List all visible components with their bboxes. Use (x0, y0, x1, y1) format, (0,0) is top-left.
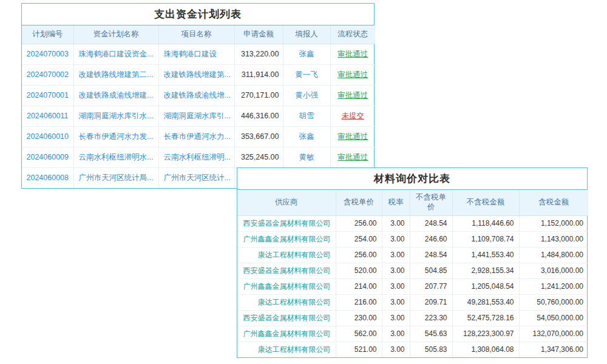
tax-rate-cell: 3.00 (382, 263, 410, 278)
plan-name-link[interactable]: 广州市天河区统计局... (73, 167, 158, 188)
tax-rate-cell: 3.00 (382, 278, 410, 294)
project-name-link[interactable]: 珠海鹤港口建设 (158, 44, 234, 64)
amount-tax-cell: 132,070,000.00 (519, 326, 588, 342)
amount-cell: 446,316.00 (234, 106, 283, 126)
plan-name-link[interactable]: 珠海鹤港口建设资金... (73, 44, 158, 64)
column-header-supplier: 供应商 (237, 190, 336, 215)
quote-row: 西安盛器金属材料有限公司 520.00 3.00 504.85 2,928,15… (237, 263, 588, 278)
plan-name-link[interactable]: 改建铁路成渝线增建... (73, 85, 158, 106)
material-quote-panel: 材料询价对比表 供应商 含税单价 税率 不含税单价 不含税金额 含税金额 西安盛… (237, 167, 588, 358)
column-header-status: 流程状态 (330, 25, 375, 44)
plan-id-link[interactable]: 2024070001 (22, 85, 73, 106)
column-header-amount-tax: 含税金额 (519, 190, 588, 215)
material-quote-table: 供应商 含税单价 税率 不含税单价 不含税金额 含税金额 西安盛器金属材料有限公… (237, 190, 588, 357)
amount-no-tax-cell: 1,205,048.54 (452, 278, 519, 294)
unit-price-tax-cell: 216.00 (336, 294, 382, 310)
status-link[interactable]: 审批通过 (330, 64, 375, 85)
supplier-link[interactable]: 康达工程材料有限公司 (237, 247, 336, 263)
amount-cell: 353,667.00 (234, 126, 283, 147)
amount-cell: 325,245.00 (234, 147, 283, 167)
plan-id-link[interactable]: 2024060010 (22, 126, 73, 147)
expense-row: 2024060010 长春市伊通河水力发... 长春市伊通河水力... 353,… (22, 126, 375, 147)
expense-row: 2024060011 湖南洞庭湖水库引水... 湖南洞庭湖水库引... 446,… (22, 106, 375, 126)
quote-row: 广州鑫鑫金属材料有限公司 254.00 3.00 246.60 1,109,70… (237, 231, 588, 247)
reporter-link[interactable]: 黄小强 (283, 85, 330, 106)
tax-rate-cell: 3.00 (382, 215, 410, 231)
supplier-link[interactable]: 广州鑫鑫金属材料有限公司 (237, 231, 336, 247)
unit-price-tax-cell: 256.00 (336, 247, 382, 263)
supplier-link[interactable]: 康达工程材料有限公司 (237, 294, 336, 310)
unit-price-tax-cell: 256.00 (336, 215, 382, 231)
plan-id-link[interactable]: 2024060011 (22, 106, 73, 126)
status-link[interactable]: 审批通过 (330, 85, 375, 106)
expense-plan-table: 计划编号 资金计划名称 项目名称 申请金额 填报人 流程状态 202407000… (22, 25, 375, 188)
unit-price-tax-cell: 562.00 (336, 326, 382, 342)
expense-plan-title: 支出资金计划列表 (22, 4, 374, 25)
amount-cell: 313,220.00 (234, 44, 283, 64)
amount-no-tax-cell: 1,441,553.40 (452, 247, 519, 263)
amount-no-tax-cell: 1,308,064.08 (452, 342, 519, 357)
project-name-link[interactable]: 长春市伊通河水力... (158, 126, 234, 147)
supplier-link[interactable]: 西安盛器金属材料有限公司 (237, 215, 336, 231)
supplier-link[interactable]: 西安盛器金属材料有限公司 (237, 310, 336, 326)
column-header-unit-price-tax: 含税单价 (336, 190, 382, 215)
project-name-link[interactable]: 云南水利枢纽潜明... (158, 147, 234, 167)
unit-price-no-tax-cell: 246.60 (410, 231, 452, 247)
unit-price-tax-cell: 254.00 (336, 231, 382, 247)
quote-row: 广州鑫鑫金属材料有限公司 562.00 3.00 545.63 128,223,… (237, 326, 588, 342)
plan-name-link[interactable]: 长春市伊通河水力发... (73, 126, 158, 147)
amount-no-tax-cell: 52,475,728.16 (452, 310, 519, 326)
amount-tax-cell: 3,016,000.00 (519, 263, 588, 278)
column-header-amount: 申请金额 (234, 25, 283, 44)
unit-price-no-tax-cell: 207.77 (410, 278, 452, 294)
column-header-plan-name: 资金计划名称 (73, 25, 158, 44)
expense-row: 2024060009 云南水利枢纽潜明水... 云南水利枢纽潜明... 325,… (22, 147, 375, 167)
column-header-amount-no-tax: 不含税金额 (452, 190, 519, 215)
unit-price-tax-cell: 521.00 (336, 342, 382, 357)
amount-tax-cell: 1,347,306.00 (519, 342, 588, 357)
reporter-link[interactable]: 黄敏 (283, 147, 330, 167)
plan-name-link[interactable]: 改建铁路线增建第二... (73, 64, 158, 85)
supplier-link[interactable]: 西安盛器金属材料有限公司 (237, 263, 336, 278)
amount-no-tax-cell: 128,223,300.97 (452, 326, 519, 342)
tax-rate-cell: 3.00 (382, 310, 410, 326)
plan-id-link[interactable]: 2024060008 (22, 167, 73, 188)
unit-price-no-tax-cell: 248.54 (410, 247, 452, 263)
project-name-link[interactable]: 湖南洞庭湖水库引... (158, 106, 234, 126)
status-link[interactable]: 审批通过 (330, 44, 375, 64)
quote-row: 康达工程材料有限公司 256.00 3.00 248.54 1,441,553.… (237, 247, 588, 263)
column-header-unit-price-no-tax: 不含税单价 (410, 190, 452, 215)
plan-name-link[interactable]: 云南水利枢纽潜明水... (73, 147, 158, 167)
reporter-link[interactable]: 黄一飞 (283, 64, 330, 85)
reporter-link[interactable]: 张鑫 (283, 126, 330, 147)
supplier-link[interactable]: 康达工程材料有限公司 (237, 342, 336, 357)
reporter-link[interactable]: 张鑫 (283, 44, 330, 64)
status-link[interactable]: 审批通过 (330, 126, 375, 147)
tax-rate-cell: 3.00 (382, 247, 410, 263)
plan-id-link[interactable]: 2024070003 (22, 44, 73, 64)
reporter-link[interactable]: 胡雪 (283, 106, 330, 126)
status-link[interactable]: 审批通过 (330, 147, 375, 167)
tax-rate-cell: 3.00 (382, 294, 410, 310)
project-name-link[interactable]: 广州市天河区统计... (158, 167, 234, 188)
project-name-link[interactable]: 改建铁路线增建第... (158, 64, 234, 85)
plan-name-link[interactable]: 湖南洞庭湖水库引水... (73, 106, 158, 126)
amount-tax-cell: 1,143,000.00 (519, 231, 588, 247)
page-canvas: 支出资金计划列表 计划编号 资金计划名称 项目名称 申请金额 填报人 流程状态 … (0, 0, 607, 364)
quote-row: 康达工程材料有限公司 216.00 3.00 209.71 49,281,553… (237, 294, 588, 310)
quote-row: 康达工程材料有限公司 521.00 3.00 505.83 1,308,064.… (237, 342, 588, 357)
plan-id-link[interactable]: 2024060009 (22, 147, 73, 167)
status-link[interactable]: 未提交 (330, 106, 375, 126)
amount-no-tax-cell: 1,118,446.60 (452, 215, 519, 231)
supplier-link[interactable]: 广州鑫鑫金属材料有限公司 (237, 278, 336, 294)
supplier-link[interactable]: 广州鑫鑫金属材料有限公司 (237, 326, 336, 342)
project-name-link[interactable]: 改建铁路成渝线增... (158, 85, 234, 106)
expense-row: 2024070001 改建铁路成渝线增建... 改建铁路成渝线增... 270,… (22, 85, 375, 106)
quote-row: 广州鑫鑫金属材料有限公司 214.00 3.00 207.77 1,205,04… (237, 278, 588, 294)
column-header-tax-rate: 税率 (382, 190, 410, 215)
unit-price-no-tax-cell: 505.83 (410, 342, 452, 357)
tax-rate-cell: 3.00 (382, 342, 410, 357)
quote-row: 西安盛器金属材料有限公司 256.00 3.00 248.54 1,118,44… (237, 215, 588, 231)
plan-id-link[interactable]: 2024070002 (22, 64, 73, 85)
unit-price-no-tax-cell: 248.54 (410, 215, 452, 231)
